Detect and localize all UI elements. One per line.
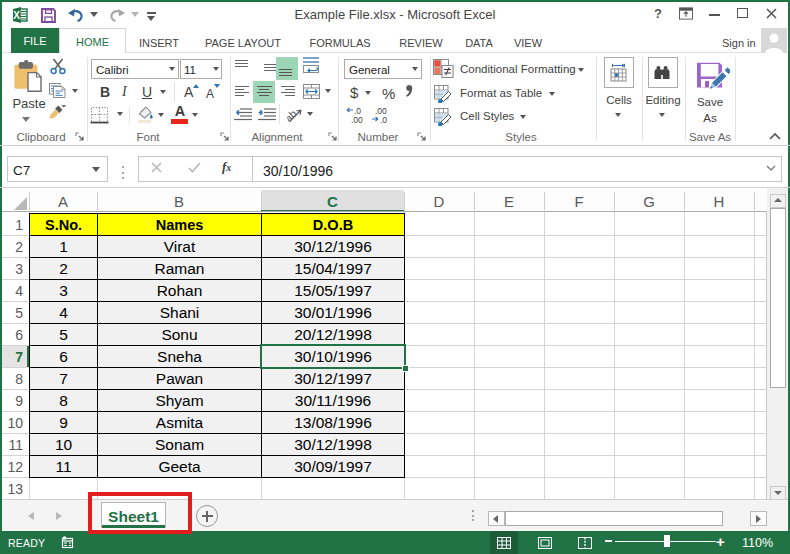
svg-text:.00: .00 — [351, 115, 363, 125]
svg-text:.0: .0 — [380, 115, 387, 125]
svg-text:ab: ab — [287, 107, 299, 123]
svg-text:X: X — [13, 10, 20, 21]
